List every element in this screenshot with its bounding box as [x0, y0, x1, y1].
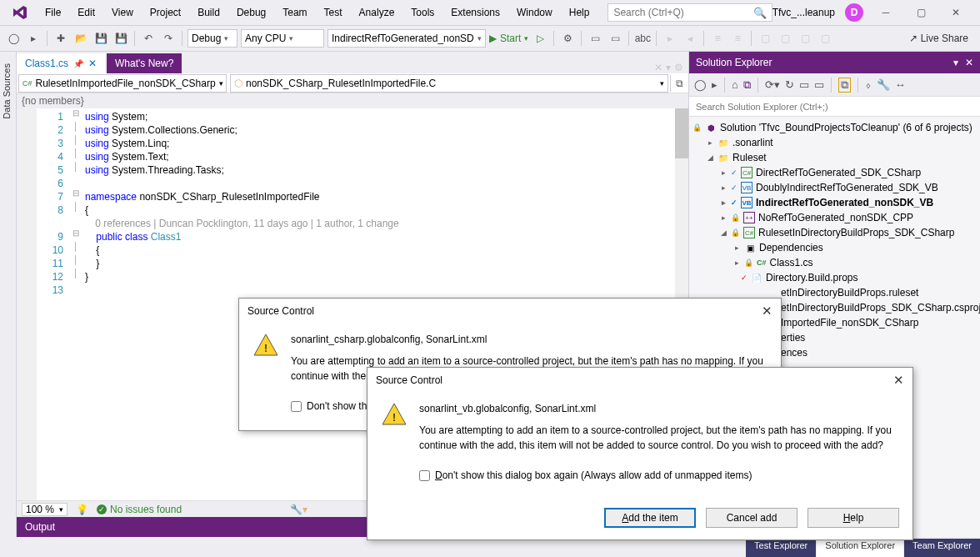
- comment-icon[interactable]: ≡: [709, 30, 726, 47]
- menu-edit[interactable]: Edit: [69, 3, 103, 22]
- fold-column[interactable]: ⊟││││⊟│⊟│││: [70, 108, 82, 500]
- start-debug-button[interactable]: ▶Start▾: [489, 33, 528, 44]
- menu-bar: File Edit View Project Build Debug Team …: [0, 0, 980, 25]
- sol-collapse-icon[interactable]: ▭: [799, 78, 809, 91]
- redo-icon[interactable]: ↷: [160, 30, 177, 47]
- menu-debug[interactable]: Debug: [228, 3, 274, 22]
- sol-preview-icon[interactable]: ⧉: [838, 78, 851, 93]
- dialog2-close-icon[interactable]: ✕: [893, 373, 904, 388]
- tool-icon-3[interactable]: ▭: [607, 30, 623, 47]
- dialog2-title: Source Control: [376, 374, 442, 386]
- menu-extensions[interactable]: Extensions: [442, 3, 508, 22]
- close-icon[interactable]: ✕: [88, 58, 97, 69]
- add-item-button[interactable]: Add the item: [604, 508, 696, 528]
- tab-solution-explorer[interactable]: Solution Explorer: [817, 539, 903, 557]
- line-gutter: 123 456 789 101112 13: [37, 108, 70, 500]
- save-all-icon[interactable]: 💾: [112, 30, 129, 47]
- menu-file[interactable]: File: [37, 3, 69, 22]
- dialog1-close-icon[interactable]: ✕: [762, 304, 772, 319]
- zoom-dropdown[interactable]: 100 %▾: [22, 503, 68, 516]
- menu-window[interactable]: Window: [508, 3, 561, 22]
- search-input[interactable]: [613, 7, 752, 18]
- uncomment-icon[interactable]: ≡: [729, 30, 746, 47]
- source-control-dialog-2: Source Control ✕ ! sonarlint_vb.globalco…: [367, 367, 913, 540]
- pin-icon[interactable]: 📌: [73, 59, 83, 68]
- bookmark3-icon[interactable]: ▢: [797, 30, 813, 47]
- bookmark4-icon[interactable]: ▢: [817, 30, 833, 47]
- sol-properties-icon[interactable]: ⬨: [865, 78, 872, 91]
- panel-close-icon[interactable]: ✕: [965, 57, 973, 68]
- bottom-tabs: Test Explorer Solution Explorer Team Exp…: [745, 539, 980, 557]
- bookmark-icon[interactable]: ▢: [757, 30, 773, 47]
- indent-icon[interactable]: ▸: [662, 30, 678, 47]
- tab-dropdown-icon[interactable]: ▾: [666, 62, 671, 73]
- dialog1-checkbox[interactable]: [291, 401, 302, 412]
- sol-fwd-icon[interactable]: ▸: [712, 78, 718, 91]
- panel-dropdown-icon[interactable]: ▾: [953, 57, 958, 68]
- new-item-icon[interactable]: ✚: [52, 30, 69, 47]
- tab-class1[interactable]: Class1.cs 📌 ✕: [17, 53, 105, 73]
- platform-dropdown[interactable]: Any CPU▾: [241, 29, 324, 48]
- vs-logo-icon: [10, 3, 30, 23]
- tab-close-all-icon[interactable]: ✕: [654, 62, 662, 73]
- solution-search-input[interactable]: [689, 97, 980, 116]
- tool-icon-2[interactable]: ▭: [587, 30, 603, 47]
- tab-gear-icon[interactable]: ⚙: [674, 62, 683, 73]
- config-dropdown[interactable]: Debug▾: [188, 29, 238, 48]
- menu-tools[interactable]: Tools: [402, 3, 442, 22]
- sol-back-icon[interactable]: ◯: [694, 78, 707, 91]
- sol-showall-icon[interactable]: ▭: [814, 78, 824, 91]
- nav-project-dropdown[interactable]: C# RulesetInImportedFile_nonSDK_CSharp ▾: [18, 74, 227, 93]
- solution-explorer-header[interactable]: Solution Explorer ▾✕: [689, 52, 980, 73]
- menu-test[interactable]: Test: [316, 3, 351, 22]
- tab-whats-new[interactable]: What's New?: [107, 53, 182, 73]
- startup-dropdown[interactable]: IndirectRefToGenerated_nonSDK_V▾: [328, 29, 486, 48]
- tab-team-explorer[interactable]: Team Explorer: [904, 539, 980, 557]
- window-minimize-icon[interactable]: ─: [873, 7, 898, 18]
- sol-switch-icon[interactable]: ⧉: [743, 78, 751, 92]
- window-restore-icon[interactable]: ▢: [908, 7, 933, 18]
- global-search[interactable]: 🔍: [608, 3, 772, 22]
- dialog1-filename: sonarlint_csharp.globalconfig, SonarLint…: [291, 332, 768, 347]
- sol-refresh-icon[interactable]: ⟳▾: [765, 78, 780, 91]
- menu-project[interactable]: Project: [142, 3, 189, 22]
- cancel-add-button[interactable]: Cancel add: [706, 508, 798, 528]
- screwdriver-icon[interactable]: 🔧▾: [290, 504, 308, 515]
- undo-icon[interactable]: ↶: [140, 30, 157, 47]
- save-icon[interactable]: 💾: [92, 30, 109, 47]
- start-nodebug-icon[interactable]: ▷: [532, 30, 548, 47]
- nav-class-dropdown[interactable]: ⬡ nonSDK_CSharp_RulesetInImportedFile.C …: [230, 74, 668, 93]
- bookmark2-icon[interactable]: ▢: [777, 30, 793, 47]
- bulb-icon[interactable]: 💡: [76, 504, 88, 515]
- user-avatar[interactable]: D: [845, 3, 863, 22]
- nav-fwd-icon[interactable]: ▸: [25, 30, 42, 47]
- solution-name-label: Tfvc_...leanup: [772, 7, 835, 18]
- dialog2-checkbox-label: Don't show this dialog box again (Always…: [435, 468, 752, 483]
- tool-icon-1[interactable]: ⚙: [559, 30, 576, 47]
- issues-indicator[interactable]: ✓ No issues found: [97, 504, 182, 515]
- menu-help[interactable]: Help: [561, 3, 598, 22]
- open-icon[interactable]: 📂: [72, 30, 89, 47]
- sol-more-icon[interactable]: ↔: [895, 78, 906, 91]
- sol-sync-icon[interactable]: ↻: [785, 78, 794, 91]
- nav-back-icon[interactable]: ◯: [5, 30, 22, 47]
- nav-split-icon[interactable]: ⧉: [670, 75, 688, 92]
- window-close-icon[interactable]: ✕: [943, 7, 968, 18]
- svg-text:!: !: [264, 343, 268, 354]
- solution-search[interactable]: [689, 97, 980, 117]
- menu-team[interactable]: Team: [274, 3, 315, 22]
- share-icon: ↗: [909, 33, 918, 44]
- dialog2-checkbox[interactable]: [419, 470, 430, 481]
- menu-build[interactable]: Build: [189, 3, 228, 22]
- menu-analyze[interactable]: Analyze: [351, 3, 403, 22]
- outdent-icon[interactable]: ◂: [682, 30, 698, 47]
- dialog2-filename: sonarlint_vb.globalconfig, SonarLint.xml: [419, 401, 899, 416]
- help-button[interactable]: Help: [808, 508, 899, 528]
- menu-view[interactable]: View: [103, 3, 142, 22]
- tool-icon-4[interactable]: abc: [634, 30, 651, 47]
- sol-wrench-icon[interactable]: 🔧: [877, 78, 890, 91]
- tab-test-explorer[interactable]: Test Explorer: [746, 539, 816, 557]
- side-tab-data-sources[interactable]: Data Sources: [0, 52, 17, 537]
- sol-home-icon[interactable]: ⌂: [732, 78, 738, 91]
- live-share-button[interactable]: ↗ Live Share: [909, 33, 975, 44]
